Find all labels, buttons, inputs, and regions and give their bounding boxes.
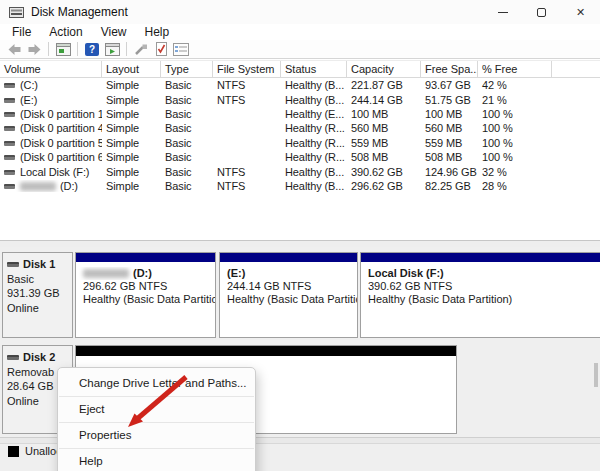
free-space-cell: 559 MB [421,137,478,149]
table-row[interactable]: Local Disk (F:)SimpleBasicNTFSHealthy (B… [0,164,600,178]
free-space-cell: 100 MB [421,108,478,120]
menu-help[interactable]: Help [136,24,179,41]
menu-action[interactable]: Action [40,24,91,41]
maximize-icon [537,8,546,17]
type-cell: Basic [161,137,213,149]
table-row[interactable]: (E:)SimpleBasicNTFSHealthy (B...244.14 G… [0,92,600,106]
menu-item-change-drive-letter-and-paths[interactable]: Change Drive Letter and Paths... [58,374,255,393]
type-cell: Basic [161,166,213,178]
column-header-capacity[interactable]: Capacity [347,61,421,77]
type-cell: Basic [161,79,213,91]
toolbar-separator [77,42,78,56]
table-row[interactable]: (Disk 0 partition 1)SimpleBasicHealthy (… [0,107,600,121]
capacity-cell: 221.87 GB [347,79,421,91]
volume-cell: (C:) [0,79,102,91]
column-header-type[interactable]: Type [161,61,213,77]
status-cell: Healthy (R... [281,151,347,163]
disk1-name: Disk 1 [7,257,68,272]
partition-2[interactable]: Local Disk (F:)390.62 GB NTFSHealthy (Ba… [360,252,600,338]
help-icon: ? [85,43,99,56]
column-header-layout[interactable]: Layout [102,61,161,77]
type-cell: Basic [161,94,213,106]
partition-status: Healthy (Basic Data Partition) [361,293,600,306]
table-row[interactable]: (Disk 0 partition 6)SimpleBasicHealthy (… [0,150,600,164]
menu-item-eject[interactable]: Eject [58,400,255,419]
status-cell: Healthy (B... [281,94,347,106]
partition-size: 296.62 GB NTFS [76,280,215,293]
layout-cell: Simple [102,180,161,192]
pct-free-cell: 21 % [478,94,552,106]
menu-separator [59,396,254,397]
pct-free-cell: 42 % [478,79,552,91]
console-tree-button[interactable] [54,41,72,58]
properties-sheet-button[interactable] [172,41,190,58]
type-cell: Basic [161,180,213,192]
volume-icon [4,112,15,117]
maximize-button[interactable] [522,0,561,24]
unallocated-legend: Unalloc [8,445,62,457]
partition-title: (D:) [76,267,215,280]
column-header-free-spa[interactable]: Free Spa... [421,61,478,77]
menu-file[interactable]: File [3,24,40,41]
status-cell: Healthy (R... [281,137,347,149]
menu-item-help[interactable]: Help [58,452,255,471]
partition-0[interactable]: (D:)296.62 GB NTFSHealthy (Basic Data Pa… [75,252,216,338]
checklist-button[interactable] [152,41,170,58]
status-cell: Healthy (B... [281,166,347,178]
partition-status: Healthy (Basic Data Partition) [220,293,357,306]
column-header-status[interactable]: Status [281,61,347,77]
app-icon [9,6,24,19]
menu-separator [59,448,254,449]
disk2-title: Disk 2 [23,350,55,365]
layout-cell: Simple [102,79,161,91]
volume-table-header: VolumeLayoutTypeFile SystemStatusCapacit… [0,60,600,78]
layout-cell: Simple [102,137,161,149]
menu-view[interactable]: View [92,24,136,41]
volume-cell: Local Disk (F:) [0,166,102,178]
table-row[interactable]: (D:)SimpleBasicNTFSHealthy (B...296.62 G… [0,179,600,193]
type-cell: Basic [161,122,213,134]
capacity-cell: 100 MB [347,108,421,120]
capacity-cell: 390.62 GB [347,166,421,178]
vertical-scrollbar[interactable] [594,363,598,387]
minimize-button[interactable] [483,0,522,24]
volume-cell: (Disk 0 partition 5) [0,137,102,149]
panel-splitter[interactable] [0,240,600,247]
disk-icon [7,262,19,267]
volume-icon [4,83,15,88]
layout-cell: Simple [102,108,161,120]
table-row[interactable]: (Disk 0 partition 4)SimpleBasicHealthy (… [0,121,600,135]
free-space-cell: 93.67 GB [421,79,478,91]
column-header-free[interactable]: % Free [478,61,552,77]
menu-item-properties[interactable]: Properties [58,426,255,445]
back-button[interactable] [5,41,23,58]
help-button[interactable]: ? [83,41,101,58]
table-row[interactable]: (C:)SimpleBasicNTFSHealthy (B...221.87 G… [0,78,600,92]
disk1-size: 931.39 GB [7,286,68,301]
console-window-icon [56,43,71,56]
partition-color-bar [76,253,215,262]
partition-1[interactable]: (E:)244.14 GB NTFSHealthy (Basic Data Pa… [219,252,358,338]
partition-status: Healthy (Basic Data Partition) [76,293,215,306]
volume-icon [4,170,15,175]
tool-icon [134,43,149,56]
status-cell: Healthy (B... [281,79,347,91]
close-button[interactable]: ✕ [561,0,600,24]
disk1-label-panel[interactable]: Disk 1 Basic 931.39 GB Online [2,252,73,338]
tool-button[interactable] [132,41,150,58]
action-pane-button[interactable] [103,41,121,58]
partition-size: 390.62 GB NTFS [361,280,600,293]
partition-title: Local Disk (F:) [361,267,600,280]
capacity-cell: 560 MB [347,122,421,134]
back-arrow-icon [7,43,22,56]
volume-cell: (D:) [0,180,102,192]
table-row[interactable]: (Disk 0 partition 5)SimpleBasicHealthy (… [0,136,600,150]
volume-cell: (Disk 0 partition 1) [0,108,102,120]
free-space-cell: 51.75 GB [421,94,478,106]
unallocated-swatch [8,446,19,457]
layout-cell: Simple [102,166,161,178]
column-header-file-system[interactable]: File System [213,61,281,77]
column-header-volume[interactable]: Volume [0,61,102,77]
forward-button[interactable] [25,41,43,58]
titlebar: Disk Management ✕ [0,0,600,24]
